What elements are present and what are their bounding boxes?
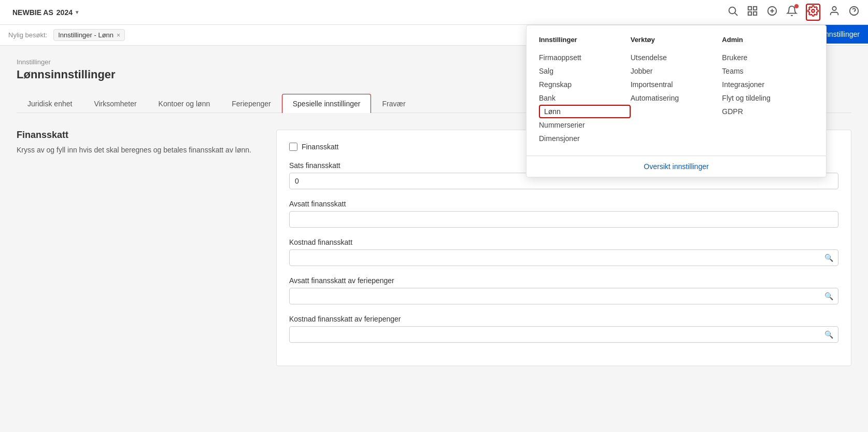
tab-fravaer[interactable]: Fravær (371, 94, 416, 113)
section-desc: Kryss av og fyll inn hvis det skal bereg… (17, 145, 251, 156)
dropdown-item-importsentral[interactable]: Importsentral (631, 78, 722, 91)
dropdown-col-innstillinger: Innstillinger Firmaoppsett Salg Regnskap… (539, 36, 631, 145)
company-selector[interactable]: NEWBIE AS 2024 ▾ (8, 6, 82, 19)
avsatt-finansskatt-group: Avsatt finansskatt (289, 200, 838, 228)
company-name: NEWBIE AS (12, 8, 53, 17)
dropdown-col-admin: Admin Brukere Teams Integrasjoner Flyt o… (722, 36, 814, 145)
svg-point-9 (812, 9, 815, 12)
avsatt-finansskatt-feriepenger-label: Avsatt finansskatt av feriepenger (289, 276, 838, 285)
dropdown-cols: Innstillinger Firmaoppsett Salg Regnskap… (527, 36, 826, 156)
dropdown-item-regnskap[interactable]: Regnskap (539, 78, 631, 91)
kostnad-finansskatt-search-icon: 🔍 (824, 254, 833, 262)
tab-feriepenger[interactable]: Feriepenger (221, 94, 282, 113)
search-icon[interactable] (727, 5, 738, 19)
finansskatt-checkbox-label: Finansskatt (302, 143, 339, 151)
dropdown-item-automatisering[interactable]: Automatisering (631, 91, 722, 105)
chevron-down-icon: ▾ (76, 9, 78, 15)
bell-icon[interactable] (786, 5, 798, 19)
tab-virksomheter[interactable]: Virksomheter (83, 94, 147, 113)
plus-icon[interactable] (766, 5, 778, 19)
dropdown-footer: Oversikt innstillinger (527, 156, 826, 177)
recent-label: Nylig besøkt: (8, 31, 47, 39)
dropdown-item-teams[interactable]: Teams (722, 64, 814, 78)
dropdown-item-utsendelse[interactable]: Utsendelse (631, 51, 722, 64)
navbar-right (727, 4, 860, 21)
dropdown-item-firmaoppsett[interactable]: Firmaoppsett (539, 51, 631, 64)
settings-icon[interactable] (806, 4, 820, 21)
dropdown-item-lonn[interactable]: Lønn (539, 105, 631, 118)
svg-rect-5 (753, 12, 757, 15)
section-title: Finansskatt (17, 130, 251, 141)
svg-rect-3 (753, 7, 757, 10)
dropdown-item-nummerserier[interactable]: Nummerserier (539, 118, 631, 132)
navbar: NEWBIE AS 2024 ▾ (0, 0, 868, 25)
kostnad-finansskatt-feriepenger-wrap: 🔍 (289, 326, 838, 343)
dropdown-item-salg[interactable]: Salg (539, 64, 631, 78)
settings-dropdown: Innstillinger Firmaoppsett Salg Regnskap… (526, 25, 827, 177)
dropdown-item-flyt-og-tildeling[interactable]: Flyt og tildeling (722, 91, 814, 105)
svg-point-10 (832, 7, 836, 10)
avsatt-finansskatt-input[interactable] (289, 211, 838, 228)
recent-tab-label: Innstillinger - Lønn (58, 31, 113, 39)
avsatt-finansskatt-feriepenger-wrap: 🔍 (289, 288, 838, 304)
kostnad-finansskatt-group: Kostnad finansskatt 🔍 (289, 238, 838, 266)
dropdown-item-brukere[interactable]: Brukere (722, 51, 814, 64)
kostnad-finansskatt-feriepenger-input[interactable] (289, 326, 838, 343)
svg-point-0 (729, 7, 736, 14)
dropdown-item-integrasjoner[interactable]: Integrasjoner (722, 78, 814, 91)
help-icon[interactable] (848, 5, 860, 19)
grid-icon[interactable] (747, 5, 758, 19)
avsatt-finansskatt-feriepenger-search-icon: 🔍 (824, 292, 833, 300)
kostnad-finansskatt-input[interactable] (289, 249, 838, 266)
dropdown-col-admin-header: Admin (722, 36, 814, 44)
finansskatt-checkbox[interactable] (289, 143, 297, 151)
avsatt-finansskatt-label: Avsatt finansskatt (289, 200, 838, 208)
svg-line-1 (735, 13, 737, 16)
dropdown-item-bank[interactable]: Bank (539, 91, 631, 105)
kostnad-finansskatt-label: Kostnad finansskatt (289, 238, 838, 246)
dropdown-col-verktoy: Verktøy Utsendelse Jobber Importsentral … (631, 36, 722, 145)
avsatt-finansskatt-feriepenger-input[interactable] (289, 288, 838, 304)
svg-rect-4 (748, 12, 751, 15)
navbar-left: NEWBIE AS 2024 ▾ (8, 6, 82, 19)
company-year: 2024 (56, 8, 73, 17)
recent-tab-settings-lonn[interactable]: Innstillinger - Lønn × (53, 29, 125, 41)
tab-kontoer-og-lonn[interactable]: Kontoer og lønn (148, 94, 221, 113)
kostnad-finansskatt-search-wrap: 🔍 (289, 249, 838, 266)
avsatt-finansskatt-feriepenger-group: Avsatt finansskatt av feriepenger 🔍 (289, 276, 838, 304)
close-tab-icon[interactable]: × (117, 32, 120, 39)
dropdown-item-gdpr[interactable]: GDPR (722, 105, 814, 118)
oversikt-innstillinger-link[interactable]: Oversikt innstillinger (644, 162, 708, 171)
notification-dot (794, 4, 799, 8)
dropdown-col-verktoy-header: Verktøy (631, 36, 722, 44)
dropdown-item-jobber[interactable]: Jobber (631, 64, 722, 78)
kostnad-finansskatt-feriepenger-group: Kostnad finansskatt av feriepenger 🔍 (289, 315, 838, 343)
content-left: Finansskatt Kryss av og fyll inn hvis de… (17, 130, 251, 366)
kostnad-finansskatt-feriepenger-search-icon: 🔍 (824, 330, 833, 339)
tab-spesielle-innstillinger[interactable]: Spesielle innstillinger (282, 94, 372, 113)
tab-juridisk-enhet[interactable]: Juridisk enhet (17, 94, 83, 113)
svg-rect-2 (748, 7, 751, 10)
user-icon[interactable] (829, 5, 840, 19)
kostnad-finansskatt-feriepenger-label: Kostnad finansskatt av feriepenger (289, 315, 838, 323)
dropdown-col-innstillinger-header: Innstillinger (539, 36, 631, 44)
dropdown-item-dimensjoner[interactable]: Dimensjoner (539, 132, 631, 145)
